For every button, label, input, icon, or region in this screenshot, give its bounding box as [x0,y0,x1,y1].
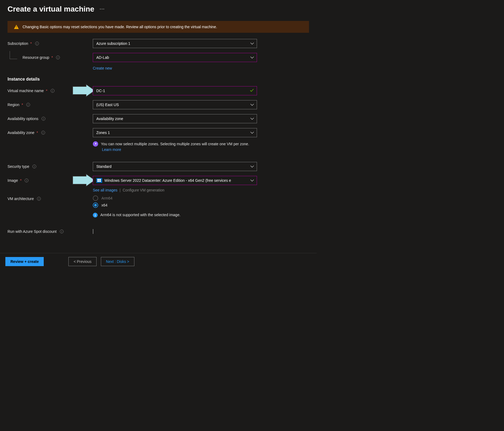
next-button[interactable]: Next : Disks > [101,257,134,266]
wizard-footer: Review + create < Previous Next : Disks … [0,253,317,270]
required-icon: * [21,103,23,107]
vm-name-label: Virtual machine name [8,89,44,93]
chevron-down-icon [250,131,254,134]
windows-icon [96,178,102,183]
image-value: Windows Server 2022 Datacenter: Azure Ed… [104,178,231,183]
info-blue-icon: i [93,213,98,218]
region-dropdown[interactable]: (US) East US [93,100,257,109]
info-icon[interactable] [32,165,36,168]
chevron-down-icon [250,56,254,59]
previous-button[interactable]: < Previous [68,257,97,266]
subscription-label: Subscription [8,41,28,46]
divider: | [120,188,121,192]
page-title: Create a virtual machine [8,5,94,13]
arch-note: Arm64 is not supported with the selected… [100,213,181,217]
info-icon[interactable] [60,230,64,233]
chevron-down-icon [250,165,254,168]
subscription-dropdown[interactable]: Azure subscription 1 [93,39,257,48]
resource-group-label: Resource group [23,55,49,60]
security-type-dropdown[interactable]: Standard [93,162,257,171]
image-label: Image [8,178,18,183]
required-icon: * [30,41,32,46]
info-icon[interactable] [56,56,60,59]
info-icon[interactable] [35,42,39,45]
info-icon[interactable] [51,89,54,93]
availability-zone-value: Zones 1 [96,131,110,135]
arm64-radio-label: Arm64 [101,196,112,200]
resource-group-value: AD-Lab [96,55,109,60]
instance-details-heading: Instance details [8,77,309,82]
region-value: (US) East US [96,103,119,107]
zone-hint-text: You can now select multiple zones. Selec… [101,142,249,146]
vm-name-input[interactable]: DC-1 [93,86,257,95]
info-icon[interactable] [26,103,30,107]
info-icon[interactable] [41,131,45,135]
checkmark-icon [250,89,254,93]
chevron-down-icon [250,117,254,120]
subscription-value: Azure subscription 1 [96,41,130,46]
availability-options-label: Availability options [8,117,38,121]
image-dropdown[interactable]: Windows Server 2022 Datacenter: Azure Ed… [93,176,257,185]
warning-banner: Changing Basic options may reset selecti… [8,21,309,33]
warning-icon [14,25,19,29]
availability-options-value: Availability zone [96,117,123,121]
resource-group-dropdown[interactable]: AD-Lab [93,53,257,62]
svg-rect-2 [97,180,99,182]
create-new-link[interactable]: Create new [93,66,112,70]
region-label: Region [8,103,19,107]
chevron-down-icon [250,42,254,45]
svg-rect-1 [99,179,101,180]
vm-architecture-label: VM architecture [8,197,34,201]
info-icon[interactable] [25,179,28,182]
required-icon: * [20,178,21,183]
learn-more-link[interactable]: Learn more [102,147,121,152]
spot-discount-checkbox[interactable] [93,229,93,234]
required-icon: * [46,89,47,93]
chevron-down-icon [250,103,254,106]
x64-radio[interactable] [93,202,98,208]
see-all-images-link[interactable]: See all images [93,188,117,192]
rocket-icon [93,141,98,147]
x64-radio-label: x64 [101,203,108,207]
tree-indent-icon [10,51,17,59]
security-type-value: Standard [96,164,112,169]
more-icon[interactable]: ··· [100,7,105,12]
required-icon: * [51,55,53,60]
availability-options-dropdown[interactable]: Availability zone [93,114,257,123]
configure-vm-generation: Configure VM generation [123,188,164,192]
info-icon[interactable] [42,117,45,121]
spot-discount-label: Run with Azure Spot discount [8,229,57,234]
warning-text: Changing Basic options may reset selecti… [23,25,217,29]
required-icon: * [36,131,38,135]
info-icon[interactable] [37,197,41,201]
vm-name-value: DC-1 [96,89,105,93]
chevron-down-icon [250,179,254,182]
svg-rect-0 [97,179,99,180]
svg-rect-3 [99,180,101,182]
availability-zone-dropdown[interactable]: Zones 1 [93,128,257,137]
arm64-radio [93,195,98,201]
availability-zone-label: Availability zone [8,131,34,135]
review-create-button[interactable]: Review + create [5,257,44,266]
security-type-label: Security type [8,164,29,169]
